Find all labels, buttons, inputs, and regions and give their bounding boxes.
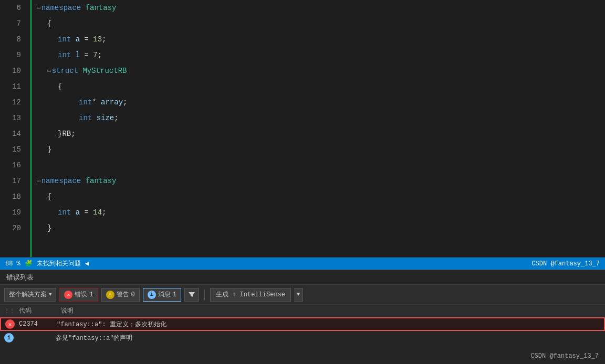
toolbar-divider [204,290,205,300]
error-row-desc-1: "fantasy::a": 重定义；多次初始化 [57,320,600,329]
filter-icon [188,291,195,298]
info-count: 1 [173,291,176,298]
line-num-13: 13 [0,110,25,126]
zoom-level[interactable]: 88 % [5,260,20,267]
editor-container: 6 7 8 9 10 11 12 13 14 15 16 17 18 19 20… [0,0,605,364]
code-line-14: }RB; [37,126,605,142]
watermark-text: CSDN @fantasy_13_7 [530,352,599,360]
line-num-16: 16 [0,157,25,173]
status-message: 未找到相关问题 [37,259,81,268]
error-icon: ✕ [64,291,72,299]
code-line-20: } [37,220,605,236]
brace-open-3: { [47,189,51,205]
error-row-1[interactable]: ✕ C2374 "fantasy::a": 重定义；多次初始化 [0,317,605,331]
ident-a-2: a [76,205,80,220]
status-bar: 88 % 🧩 未找到相关问题 ◀ CSDN @fantasy_13_7 [0,257,605,270]
code-line-17: ▭namespace fantasy [37,173,605,189]
line-num-20: 20 [0,220,25,236]
scope-dropdown[interactable]: 整个解决方案 ▼ [4,288,56,302]
brace-close-2: } [47,220,51,236]
warning-btn-label: 警告 [117,290,129,299]
col-code-header: 代码 [19,306,61,315]
col-handle: ⋮⋮ [4,308,15,314]
error-row-icon-1: ✕ [5,319,15,329]
kw-int-array: int [79,94,92,110]
info-icon: i [148,291,156,299]
info-row-1[interactable]: i 参见"fantasy::a"的声明 [0,331,605,345]
num-7: 7 [93,47,97,63]
line-num-15: 15 [0,142,25,157]
ident-size: size [97,110,114,126]
warning-icon: ⚠ [106,291,114,299]
line-num-8: 8 [0,31,25,47]
warning-filter-btn[interactable]: ⚠ 警告 0 [101,288,140,302]
kw-namespace-2: namespace [41,173,81,189]
code-line-13: int size; [37,110,605,126]
status-icon: 🧩 [25,260,33,267]
scope-label: 整个解决方案 [9,290,47,299]
line-num-12: 12 [0,94,25,110]
code-line-11: { [37,79,605,94]
collapse-icon-6[interactable]: ▭ [37,0,40,16]
info-btn-label: 消息 [158,290,171,299]
info-row-desc-1: 参见"fantasy::a"的声明 [56,334,132,342]
kw-int-a: int [58,31,71,47]
filter-icon-btn[interactable] [184,288,199,302]
error-toolbar: 整个解决方案 ▼ ✕ 错误 1 ⚠ 警告 0 i 消息 1 [0,285,605,305]
line-num-11: 11 [0,79,25,94]
line-num-6: 6 [0,0,25,16]
ident-a-1: a [76,31,80,47]
line-num-19: 19 [0,205,25,220]
code-line-7: { [37,16,605,31]
collapse-icon-17[interactable]: ▭ [37,173,40,189]
ns-fantasy-1: fantasy [86,0,117,16]
ident-array: array [101,94,123,110]
ident-l: l [76,47,80,63]
kw-int-l: int [58,47,71,63]
line-num-10: 10 [0,63,25,79]
warning-count: 0 [131,291,135,298]
line-num-7: 7 [0,16,25,31]
num-14: 14 [93,205,102,220]
info-row-icon-1: i [4,333,14,342]
line-num-14: 14 [0,126,25,142]
status-right-text: CSDN @fantasy_13_7 [531,260,600,267]
kw-int-a2: int [58,205,71,220]
struct-name: MyStructRB [82,63,127,79]
collapse-icon-10[interactable]: ▭ [47,63,51,79]
kw-namespace-1: namespace [41,0,81,16]
brace-close-1: } [47,142,51,157]
struct-close: }RB; [58,126,76,142]
code-line-15: } [37,142,605,157]
line-num-17: 17 [0,173,25,189]
brace-open-2: { [58,79,62,94]
error-filter-btn[interactable]: ✕ 错误 1 [59,288,98,302]
error-count: 1 [89,291,93,298]
code-line-10: ▭struct MyStructRB [37,63,605,79]
col-desc-header: 说明 [61,306,601,315]
kw-int-size: int [79,110,92,126]
code-line-18: { [37,189,605,205]
line-num-9: 9 [0,47,25,63]
punc-eq-a: = [80,31,93,47]
code-line-8: int a = 13; [37,31,605,47]
error-row-code-1: C2374 [19,320,57,328]
code-lines[interactable]: ▭namespace fantasy { int a = 13; int l =… [32,0,605,257]
build-label: 生成 + IntelliSense [216,290,285,299]
watermark: CSDN @fantasy_13_7 [530,352,599,360]
ns-fantasy-2: fantasy [86,173,117,189]
kw-struct: struct [52,63,78,79]
line-num-18: 18 [0,189,25,205]
info-filter-btn[interactable]: i 消息 1 [143,288,181,302]
error-panel: 错误列表 整个解决方案 ▼ ✕ 错误 1 ⚠ 警告 0 i [0,270,605,364]
brace-open-1: { [47,16,51,31]
error-panel-header: 错误列表 [0,270,605,285]
build-dropdown-arrow[interactable]: ▼ [294,288,303,302]
status-arrow[interactable]: ◀ [85,260,89,267]
code-editor[interactable]: 6 7 8 9 10 11 12 13 14 15 16 17 18 19 20… [0,0,605,257]
build-btn[interactable]: 生成 + IntelliSense [210,288,291,302]
num-13: 13 [93,31,102,47]
error-btn-label: 错误 [75,290,87,299]
error-panel-title: 错误列表 [6,273,34,282]
code-line-6: ▭namespace fantasy [37,0,605,16]
